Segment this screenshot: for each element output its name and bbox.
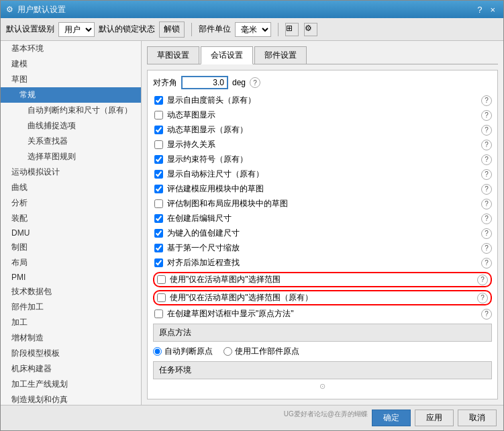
task-env-header: 任务环境 bbox=[153, 361, 492, 379]
sidebar-item[interactable]: 加工 bbox=[1, 315, 141, 330]
default-level-label: 默认设置级别 bbox=[6, 23, 54, 35]
sidebar-item[interactable]: 关系查找器 bbox=[1, 134, 141, 149]
checkbox-row-6: 评估建模应用模块中的草图? bbox=[153, 183, 492, 195]
checkbox-11[interactable] bbox=[154, 258, 163, 267]
settings-icon2[interactable]: ⚙ bbox=[304, 23, 317, 36]
checkbox-row-5: 显示自动标注尺寸（原有）? bbox=[153, 169, 492, 180]
checkbox-7[interactable] bbox=[154, 199, 163, 208]
sidebar-item[interactable]: 阶段模型模板 bbox=[1, 346, 141, 361]
radio-option-0: 自动判断原点 bbox=[153, 346, 213, 357]
checkbox-6[interactable] bbox=[154, 185, 163, 193]
checkbox-row-14: 在创建草图对话框中显示"原点方法"? bbox=[153, 308, 492, 320]
checkbox-row-11: 对齐后添加近程查找? bbox=[153, 257, 492, 269]
checkbox-help-13[interactable]: ? bbox=[477, 293, 488, 303]
checkbox-row-2: 动态草图显示（原有）? bbox=[153, 124, 492, 136]
sidebar-item[interactable]: PMI bbox=[1, 271, 141, 284]
checkbox-3[interactable] bbox=[154, 140, 163, 149]
sidebar-item[interactable]: 曲线捕捉选项 bbox=[1, 118, 141, 134]
tab-bar: 草图设置会话设置部件设置 bbox=[147, 46, 498, 64]
checkbox-help-5[interactable]: ? bbox=[481, 169, 492, 180]
checkbox-4[interactable] bbox=[154, 155, 163, 164]
checkbox-1[interactable] bbox=[154, 111, 163, 119]
unit-select[interactable]: 毫米 bbox=[235, 22, 271, 37]
checkbox-5[interactable] bbox=[154, 170, 163, 179]
checkbox-help-9[interactable]: ? bbox=[481, 228, 492, 239]
close-button[interactable]: × bbox=[487, 4, 498, 15]
checkbox-row-12: 使用"仅在活动草图内"选择范围? bbox=[153, 272, 492, 287]
default-level-select[interactable]: 用户 bbox=[58, 22, 95, 37]
unit-label: 部件单位 bbox=[199, 23, 231, 35]
bottom-btn-0[interactable]: 确定 bbox=[372, 410, 411, 426]
content-area: 对齐角 deg ? 显示自由度箭头（原有）?动态草图显示?动态草图显示（原有）?… bbox=[147, 70, 498, 399]
align-angle-row: 对齐角 deg ? bbox=[153, 76, 492, 89]
checkbox-12[interactable] bbox=[157, 275, 166, 284]
sidebar-item[interactable]: 曲线 bbox=[1, 180, 141, 195]
more-content-indicator: ⊙ bbox=[153, 382, 492, 391]
checkbox-help-1[interactable]: ? bbox=[481, 110, 492, 121]
checkbox-row-8: 在创建后编辑尺寸? bbox=[153, 213, 492, 224]
checkbox-help-14[interactable]: ? bbox=[481, 309, 492, 320]
checkbox-label-5: 显示自动标注尺寸（原有） bbox=[167, 169, 264, 180]
checkbox-14[interactable] bbox=[154, 309, 163, 318]
checkbox-2[interactable] bbox=[154, 126, 163, 134]
sidebar-item[interactable]: 装配 bbox=[1, 211, 141, 226]
help-button[interactable]: ? bbox=[474, 4, 485, 15]
sidebar-item[interactable]: 技术数据包 bbox=[1, 284, 141, 299]
sidebar-item[interactable]: DMU bbox=[1, 226, 141, 240]
window-title: 用户默认设置 bbox=[17, 4, 66, 15]
sidebar-item[interactable]: 布局 bbox=[1, 255, 141, 271]
checkbox-help-3[interactable]: ? bbox=[481, 140, 492, 150]
checkbox-10[interactable] bbox=[154, 244, 163, 252]
sidebar-item[interactable]: 制图 bbox=[1, 240, 141, 255]
checkbox-row-0: 显示自由度箭头（原有）? bbox=[153, 95, 492, 106]
sidebar-item[interactable]: 自动判断约束和尺寸（原有） bbox=[1, 103, 141, 118]
sidebar-item[interactable]: 分析 bbox=[1, 195, 141, 211]
layout-icon[interactable]: ⊞ bbox=[285, 23, 299, 36]
sidebar-item[interactable]: 草图 bbox=[1, 72, 141, 87]
sidebar-item[interactable]: 机床构建器 bbox=[1, 361, 141, 377]
main-window: ⚙ 用户默认设置 ? × 默认设置级别 用户 默认的锁定状态 解锁 部件单位 毫… bbox=[0, 0, 504, 431]
checkbox-help-6[interactable]: ? bbox=[481, 184, 492, 195]
checkbox-help-7[interactable]: ? bbox=[481, 199, 492, 209]
tab-0[interactable]: 草图设置 bbox=[147, 46, 199, 64]
align-angle-help[interactable]: ? bbox=[250, 77, 260, 88]
checkbox-13[interactable] bbox=[157, 293, 166, 302]
radio-label-1: 使用工作部件原点 bbox=[235, 346, 299, 357]
checkbox-help-12[interactable]: ? bbox=[477, 275, 488, 285]
sidebar-item[interactable]: 基本环境 bbox=[1, 41, 141, 56]
sidebar-item[interactable]: 选择草图规则 bbox=[1, 149, 141, 164]
checkbox-8[interactable] bbox=[154, 214, 163, 223]
radio-input-1[interactable] bbox=[223, 347, 232, 356]
tab-1[interactable]: 会话设置 bbox=[201, 46, 253, 64]
checkbox-row-13: 使用"仅在活动草图内"选择范围（原有）? bbox=[153, 290, 492, 305]
bottom-btn-2[interactable]: 取消 bbox=[458, 410, 497, 426]
checkbox-help-8[interactable]: ? bbox=[481, 213, 492, 224]
align-angle-label: 对齐角 bbox=[153, 77, 177, 89]
checkbox-help-10[interactable]: ? bbox=[481, 243, 492, 254]
right-panel: 草图设置会话设置部件设置 对齐角 deg ? 显示自由度箭头（原有）?动态草图显… bbox=[142, 41, 503, 405]
bottom-btn-1[interactable]: 应用 bbox=[415, 410, 454, 426]
checkbox-help-4[interactable]: ? bbox=[481, 154, 492, 165]
sidebar-item[interactable]: 增材制造 bbox=[1, 330, 141, 346]
sidebar-item[interactable]: 制造规划和仿真 bbox=[1, 392, 141, 405]
checkbox-label-4: 显示约束符号（原有） bbox=[167, 154, 248, 165]
sidebar-item[interactable]: 建模 bbox=[1, 56, 141, 72]
toolbar: 默认设置级别 用户 默认的锁定状态 解锁 部件单位 毫米 ⊞ ⚙ bbox=[1, 18, 503, 41]
sidebar-item[interactable]: 运动模拟设计 bbox=[1, 164, 141, 180]
separator2 bbox=[278, 23, 279, 36]
checkbox-label-13: 使用"仅在活动草图内"选择范围（原有） bbox=[170, 292, 313, 303]
sidebar-item[interactable]: 部件加工 bbox=[1, 299, 141, 315]
checkbox-help-11[interactable]: ? bbox=[481, 258, 492, 269]
radio-input-0[interactable] bbox=[153, 347, 162, 356]
checkbox-help-0[interactable]: ? bbox=[481, 95, 492, 106]
checkbox-help-2[interactable]: ? bbox=[481, 125, 492, 136]
checkbox-0[interactable] bbox=[154, 96, 163, 105]
sidebar-item[interactable]: 常规 bbox=[1, 87, 141, 103]
align-angle-input[interactable] bbox=[181, 76, 228, 89]
unlock-button[interactable]: 解锁 bbox=[159, 21, 185, 38]
radio-option-1: 使用工作部件原点 bbox=[223, 346, 299, 357]
checkbox-9[interactable] bbox=[154, 229, 163, 238]
sidebar-item[interactable]: 加工生产线规划 bbox=[1, 377, 141, 392]
tab-2[interactable]: 部件设置 bbox=[254, 46, 307, 64]
origin-method-header: 原点方法 bbox=[153, 324, 492, 342]
